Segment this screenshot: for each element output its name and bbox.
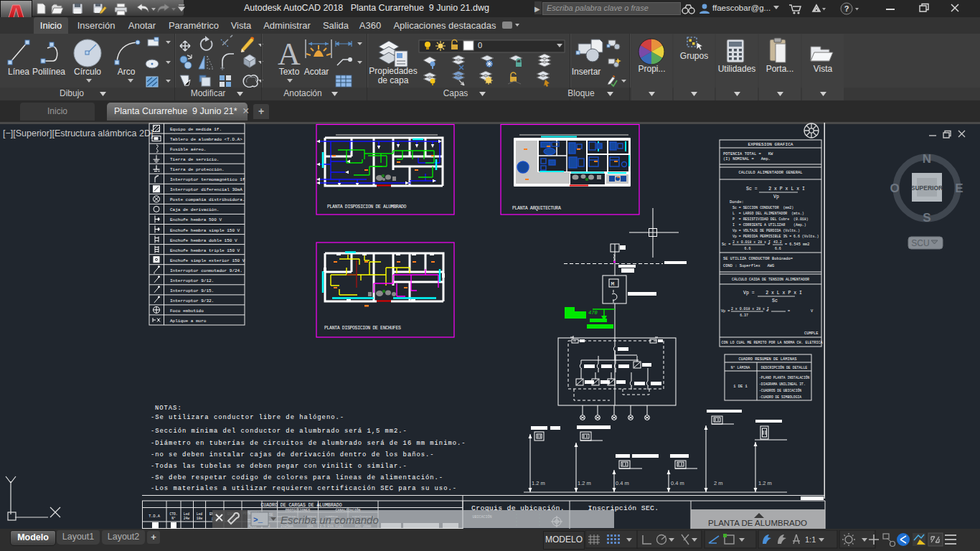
svg-text:Sc =: Sc = xyxy=(722,242,730,247)
svg-text:Vp =: Vp = xyxy=(721,309,730,314)
svg-text:Sc: Sc xyxy=(772,298,778,303)
svg-text:Fusible aéreo.: Fusible aéreo. xyxy=(170,147,206,152)
svg-text:Vp = PERDIDA PERMISIBLE 3% = 6: Vp = PERDIDA PERMISIBLE 3% = 6.6 (Volts.… xyxy=(732,235,819,238)
svg-text:-Todas las tubelas se deben pe: -Todas las tubelas se deben pegar con vi… xyxy=(151,463,407,470)
svg-text:L = LARGO DEL ALIMENTADOR (m: L = LARGO DEL ALIMENTADOR (mts.) xyxy=(732,212,804,215)
svg-text:=: = xyxy=(788,309,790,314)
svg-text:1:1: 1:1 xyxy=(805,535,816,544)
svg-text:-DIAGRAMA UNILINEAL 3T.: -DIAGRAMA UNILINEAL 3T. xyxy=(759,382,806,386)
svg-text:Interruptor termomagnético 1f: Interruptor termomagnético 1f xyxy=(170,177,245,182)
svg-text:Enchufe hembra triple 150 V: Enchufe hembra triple 150 V xyxy=(170,248,240,253)
svg-text:Donde:: Donde: xyxy=(730,199,744,204)
svg-text:2 m: 2 m xyxy=(714,480,723,486)
svg-text:PLANTA ARQUITECTURA: PLANTA ARQUITECTURA xyxy=(512,206,561,211)
svg-text:-Sección mínima del conductor: -Sección mínima del conductor de alumbra… xyxy=(151,428,407,435)
svg-text:Sc = 2 x P x L x I: Sc = 2 x P x L x I xyxy=(746,187,805,192)
svg-text:-Diámetro en tuberías de circu: -Diámetro en tuberías de circuitos de al… xyxy=(151,440,466,447)
svg-text:Enchufe hembra doble 150 V: Enchufe hembra doble 150 V xyxy=(170,238,237,243)
svg-text:CALCULO ALIMENTADOR GENERAL: CALCULO ALIMENTADOR GENERAL xyxy=(738,170,802,175)
svg-text:CUADRO RESUMEN DE LÁMINAS: CUADRO RESUMEN DE LÁMINAS xyxy=(739,357,797,362)
svg-text:Interruptor 9/15.: Interruptor 9/15. xyxy=(170,288,214,293)
svg-text:POTENCIA TOTAL = KW: POTENCIA TOTAL = KW xyxy=(723,151,773,156)
svg-text:6.6: 6.6 xyxy=(775,247,781,250)
svg-text:SE UTILIZA CONDUCTOR Bobinado=: SE UTILIZA CONDUCTOR Bobinado= xyxy=(723,257,793,261)
svg-text:Equipo de medida 1f.: Equipo de medida 1f. xyxy=(170,127,222,132)
svg-text:V: V xyxy=(811,309,814,314)
svg-text:Interruptor conmutador 9/24.: Interruptor conmutador 9/24. xyxy=(170,268,242,273)
svg-text:Enchufe hembra simple 150 V: Enchufe hembra simple 150 V xyxy=(170,228,240,233)
svg-text:NOTAS:: NOTAS: xyxy=(155,405,182,412)
svg-text:SUPERIOR: SUPERIOR xyxy=(911,184,943,192)
svg-text:= 6.545 mm2: = 6.545 mm2 xyxy=(785,242,809,247)
svg-text:PLANTA DE ALUMBRADO: PLANTA DE ALUMBRADO xyxy=(708,519,807,527)
svg-text:-CUADRO DE SIMBOLOGIA: -CUADRO DE SIMBOLOGIA xyxy=(759,395,801,399)
svg-text:-Se debe respetar codigo de co: -Se debe respetar codigo de colores para… xyxy=(151,474,443,481)
svg-text:-PLANO PLANTA INSTALACIÓN: -PLANO PLANTA INSTALACIÓN xyxy=(759,375,810,380)
svg-text:E: E xyxy=(955,182,963,195)
svg-text:N°: N° xyxy=(171,517,176,520)
svg-text:Tablero de alumbrado <T.D.A>: Tablero de alumbrado <T.D.A> xyxy=(170,137,242,142)
svg-text:1.2 m: 1.2 m xyxy=(578,480,591,486)
svg-text:1 DE 1: 1 DE 1 xyxy=(733,385,747,389)
svg-text:Aplique a muro: Aplique a muro xyxy=(170,319,207,324)
svg-text:CON LO CUAL ME REMITO POR LA N: CON LO CUAL ME REMITO POR LA NORMA CH. E… xyxy=(722,341,823,345)
svg-text:Interruptor diferencial 30mA: Interruptor diferencial 30mA xyxy=(170,187,242,192)
svg-text:18w: 18w xyxy=(197,517,203,520)
svg-text:-Los materiales a utilizar req: -Los materiales a utilizar requieren cer… xyxy=(151,485,457,492)
svg-text:1.2 m: 1.2 m xyxy=(532,480,545,486)
svg-text:=: = xyxy=(768,242,770,247)
svg-text:PLANTA DISPOSICION DE ALUMBRAD: PLANTA DISPOSICION DE ALUMBRADO xyxy=(327,204,407,209)
svg-text:-Se utilizara conductor libre: -Se utilizara conductor libre de halógen… xyxy=(151,414,344,421)
svg-text:?: ? xyxy=(844,4,849,13)
svg-text:Vp: Vp xyxy=(773,194,779,199)
svg-text:Vp = 2 x L x P x I: Vp = 2 x L x P x I xyxy=(743,291,802,296)
svg-text:2 x 0.018 x 28 x I: 2 x 0.018 x 28 x I xyxy=(732,240,771,244)
svg-text:Tierra de protección.: Tierra de protección. xyxy=(170,167,225,172)
svg-text:P = RESISTIVIDAD DEL Cobre (: P = RESISTIVIDAD DEL Cobre (0.018) xyxy=(732,217,809,221)
svg-text:DESCRIPCIÓN DE DETALLE: DESCRIPCIÓN DE DETALLE xyxy=(761,365,808,369)
svg-text:Enchufe simple exterior 150 V: Enchufe simple exterior 150 V xyxy=(170,258,245,263)
svg-text:COND : Superflex AWG: COND : Superflex AWG xyxy=(723,264,774,268)
svg-text:2 x 0.018 x 28 x I: 2 x 0.018 x 28 x I xyxy=(731,307,769,311)
svg-text:CUADRO DE CARGAS DE ALUMBRADO: CUADRO DE CARGAS DE ALUMBRADO xyxy=(260,503,341,508)
svg-text:-CUADROS DE UBICACIÓN: -CUADROS DE UBICACIÓN xyxy=(759,388,801,392)
svg-text:M: M xyxy=(611,281,615,287)
svg-text:SCU: SCU xyxy=(911,238,929,248)
svg-text:Foco embutido: Foco embutido xyxy=(170,309,204,314)
svg-text:Interruptor 9/12.: Interruptor 9/12. xyxy=(170,278,214,283)
svg-text:Enchufe hembra 500 V: Enchufe hembra 500 V xyxy=(170,217,222,222)
svg-text:Tierra de servicio.: Tierra de servicio. xyxy=(170,157,219,162)
svg-text:PLANTA DISPOSICION DE ENCHUFES: PLANTA DISPOSICION DE ENCHUFES xyxy=(324,326,401,331)
svg-text:0.4 m: 0.4 m xyxy=(671,480,684,486)
svg-text:Led: Led xyxy=(184,512,190,516)
svg-text:EXPRESION GRAFICA: EXPRESION GRAFICA xyxy=(748,142,793,147)
svg-text:CUMPLE: CUMPLE xyxy=(804,331,818,336)
svg-text:6.6: 6.6 xyxy=(745,247,751,250)
svg-text:=: = xyxy=(766,309,768,314)
svg-text:-no se deben instalar cajas de: -no se deben instalar cajas de derivació… xyxy=(151,451,435,458)
svg-text:Escriba un comando: Escriba un comando xyxy=(281,514,379,526)
svg-text:O: O xyxy=(890,182,899,195)
svg-text:I = CORRIENTE A UTILIZAR (: I = CORRIENTE A UTILIZAR (Amp.) xyxy=(732,223,806,227)
svg-text:Led: Led xyxy=(197,512,203,516)
svg-text:[−][Superior][Estructura alámb: [−][Superior][Estructura alámbrica 2D] xyxy=(3,128,153,138)
svg-text:Interruptor 9/32.: Interruptor 9/32. xyxy=(170,298,214,303)
svg-text:N° LÁMINA: N° LÁMINA xyxy=(731,365,750,369)
svg-text:S: S xyxy=(923,211,930,225)
svg-text:CÁLCULO CAIDA DE TENSION ALIME: CÁLCULO CAIDA DE TENSION ALIMENTADOR xyxy=(732,277,809,282)
svg-text:0.4 m: 0.4 m xyxy=(616,480,629,486)
svg-text:24w: 24w xyxy=(184,517,190,520)
svg-text:T.D.A: T.D.A xyxy=(149,514,160,519)
svg-text:>_: >_ xyxy=(253,516,263,524)
svg-text:1.2 m: 1.2 m xyxy=(758,480,772,486)
svg-text:470: 470 xyxy=(588,310,598,316)
svg-text:(I) NOMINAL = Amp.: (I) NOMINAL = Amp. xyxy=(723,156,771,161)
svg-text:Poste compañía distribuidora.: Poste compañía distribuidora. xyxy=(170,197,245,202)
svg-text:Sc = SECCION CONDUCTOR (mm2): Sc = SECCION CONDUCTOR (mm2) xyxy=(732,206,793,209)
svg-text:Caja de derivación.: Caja de derivación. xyxy=(170,207,219,212)
svg-text:CTO.: CTO. xyxy=(169,512,177,516)
svg-text:6.37: 6.37 xyxy=(740,314,748,317)
svg-text:Vp = VOLTAJE DE PERDIDA (Volts: Vp = VOLTAJE DE PERDIDA (Volts.) xyxy=(732,229,800,232)
svg-text:43.2: 43.2 xyxy=(773,240,782,244)
svg-text:N: N xyxy=(923,152,931,166)
